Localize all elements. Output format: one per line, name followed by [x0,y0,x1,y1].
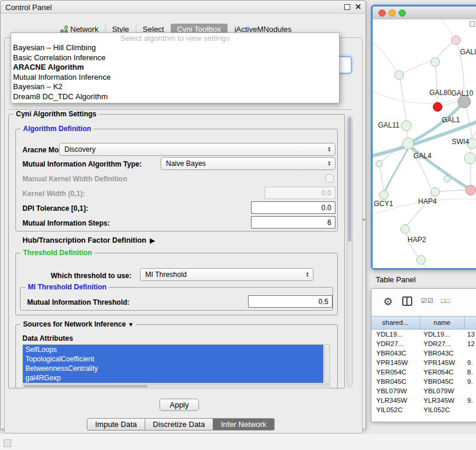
kernel-width-field[interactable]: 0.0 [265,187,335,199]
apply-button[interactable]: Apply [159,399,199,411]
table-row[interactable]: YDL19...YDL19...13 [371,330,476,339]
network-window-titlebar[interactable] [373,6,476,19]
dropdown-item[interactable]: Basic Correlation Inference [11,53,339,63]
mi-algorithm-type-combo[interactable]: Naive Bayes ▲▼ [161,157,335,170]
tab-infer-network[interactable]: Infer Network [213,418,275,431]
graph-node-gcy1[interactable] [379,190,389,200]
dropdown-item[interactable]: Mutual Information Inference [11,73,339,83]
tab-discretize-data[interactable]: Discretize Data [145,418,213,431]
hub-definition-toggle[interactable]: Hub/Transcription Factor Definition▶ [22,236,155,244]
sources-title-toggle[interactable]: Sources for Network Inference ▼ [21,320,136,328]
column-separator[interactable] [420,317,420,329]
graph-node[interactable] [464,152,476,164]
triangle-right-icon[interactable]: ▶ [150,237,155,244]
checked-boxes-icon[interactable]: ☑☑ [421,297,434,305]
graph-node[interactable] [376,160,383,167]
table-row[interactable]: YBR045CYBR045C9. [371,377,476,386]
traffic-light-zoom-icon[interactable] [399,9,406,17]
tab-label: Discretize Data [153,420,205,429]
table-panel-window: ⚙ ☑☑ □□ shared... name YDL19...YDL19...1… [371,288,476,422]
graph-node[interactable] [416,255,426,265]
graph-node-hap4[interactable] [431,187,440,197]
panel-splitter-handle[interactable]: ◂ [362,216,365,222]
graph-node-selected-red[interactable] [433,102,442,112]
list-item[interactable]: TopologicalCoefficient [23,354,323,364]
mi-steps-field[interactable]: 6 [251,216,335,229]
close-icon[interactable]: ✕ [355,2,361,11]
graph-node-gal4[interactable] [402,138,414,149]
table-row[interactable]: YLR345WYLR345W9. [371,396,476,405]
manual-kernel-width-checkbox[interactable] [325,174,334,182]
mi-threshold-field[interactable]: 0.5 [248,295,332,308]
combo-value: Naive Bayes [166,159,206,168]
dropdown-item-selected[interactable]: ARACNE Algorithm [11,63,339,73]
dropdown-placeholder[interactable]: Select algorithm to view settings [11,33,339,43]
gear-icon[interactable]: ⚙ [383,295,393,308]
graph-node[interactable] [431,57,440,67]
group-title: Algorithm Definition [21,125,93,133]
float-window-icon[interactable] [344,4,350,10]
dpi-tolerance-label: DPI Tolerance [0,1]: [22,204,88,213]
list-item[interactable]: SelfLoops [23,345,323,354]
traffic-light-close-icon[interactable] [379,9,386,17]
column-separator[interactable] [464,317,465,329]
combo-value: Discovery [64,145,96,154]
which-threshold-label: Which threshold to use: [51,272,132,280]
table-row[interactable]: YER054CYER054C8. [371,367,476,377]
control-panel-titlebar[interactable]: Control Panel ✕ [1,1,366,14]
cell: YER054C [376,367,406,377]
list-vertical-scrollbar[interactable] [324,344,330,383]
graph-node[interactable] [444,175,451,182]
cell: YIL052C [376,405,403,415]
cell: YDR27... [423,339,451,348]
aracne-mode-combo[interactable]: Discovery ▲▼ [59,143,335,156]
cell: YER054C [423,367,454,377]
cell: YLR345W [423,396,454,405]
graph-mini-node[interactable] [470,21,475,27]
list-item[interactable]: BetweennessCentrality [23,364,323,373]
chevron-updown-icon: ▲▼ [304,270,311,279]
node-label: HAP2 [407,236,426,244]
node-label: GAL1 [442,116,460,124]
dropdown-item[interactable]: Bayesian – K2 [11,82,339,92]
unchecked-boxes-icon[interactable]: □□ [441,297,450,304]
node-label: GAL80 [429,89,451,97]
dpi-tolerance-field[interactable]: 0.0 [251,201,335,214]
graph-node[interactable] [395,70,404,80]
tab-impute-data[interactable]: Impute Data [87,418,145,431]
cell: YLR345W [376,396,407,405]
group-title: Threshold Definition [21,249,94,257]
triangle-down-icon[interactable]: ▼ [128,321,133,328]
window-title: Control Panel [5,3,52,12]
panel-grip-icon[interactable] [4,439,11,447]
table-row[interactable]: YDR27...YDR27...12 [371,339,476,348]
column-header[interactable]: name [433,319,451,326]
graph-node-gal11[interactable] [401,120,412,131]
columns-icon[interactable] [402,296,412,306]
manual-kernel-width-label: Manual Kernel Width Definition [22,175,127,183]
table-row[interactable]: YBR043CYBR043C [371,348,476,358]
table-row[interactable]: YPR145WYPR145W9. [371,358,476,367]
scrollbar-thumb[interactable] [24,385,148,387]
field-value: 0.0 [321,204,331,212]
data-attributes-list: SelfLoops TopologicalCoefficient Between… [22,344,324,383]
column-header[interactable]: shared... [382,319,409,326]
dropdown-item[interactable]: Dream8 DC_TDC Algorithm [11,92,339,102]
which-threshold-combo[interactable]: MI Threshold ▲▼ [140,268,314,281]
combo-value: MI Threshold [145,270,187,279]
traffic-light-minimize-icon[interactable] [389,9,396,17]
graph-node[interactable] [465,185,476,195]
graph-node[interactable] [451,35,461,45]
settings-scrollbar[interactable] [347,116,353,387]
field-value: 6 [327,219,331,227]
cell: YDR27... [376,339,404,348]
graph-node-hap2[interactable] [400,224,410,234]
scrollbar-thumb[interactable] [348,118,351,242]
kernel-width-label: Kernel Width (0,1): [22,190,85,198]
table-row[interactable]: YIL052CYIL052C [371,405,476,415]
dropdown-item[interactable]: Bayesian – Hill Climbing [11,43,339,53]
table-row[interactable]: YBL079WYBL079W [371,386,476,396]
list-horizontal-scrollbar[interactable] [22,384,330,389]
network-canvas[interactable]: GAL8 GAL80 GAL10 GAL11 GAL1 SWI4 GAL4 GC… [373,19,476,268]
list-item[interactable]: gal4RGexp [23,373,323,383]
